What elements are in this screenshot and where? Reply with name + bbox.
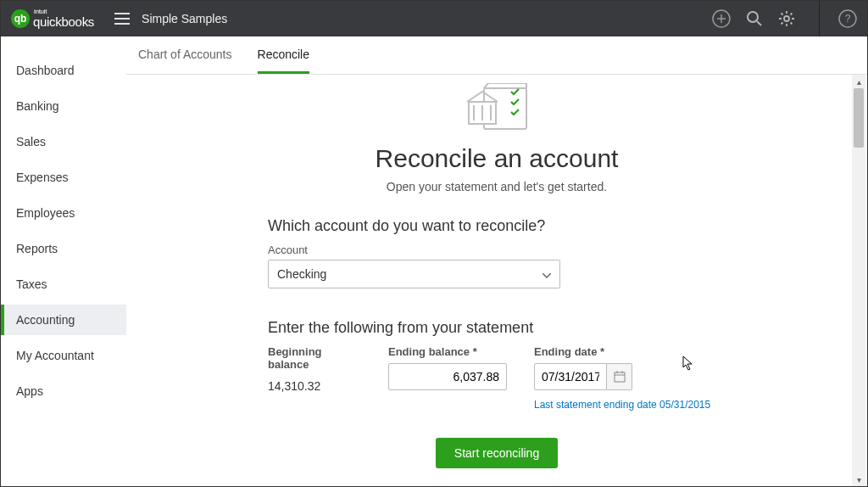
sidebar-item-my-accountant[interactable]: My Accountant bbox=[1, 340, 126, 371]
qb-logo-icon: qb bbox=[11, 9, 30, 28]
main-content: Chart of Accounts Reconcile Reconcile an bbox=[126, 36, 867, 487]
sidebar-item-accounting[interactable]: Accounting bbox=[1, 305, 126, 335]
calendar-icon[interactable] bbox=[607, 363, 632, 390]
statement-heading: Enter the following from your statement bbox=[268, 319, 726, 337]
topbar-actions: ? bbox=[712, 1, 857, 36]
search-icon[interactable] bbox=[746, 10, 763, 27]
sidebar-item-sales[interactable]: Sales bbox=[1, 126, 126, 157]
sidebar-item-reports[interactable]: Reports bbox=[1, 233, 126, 264]
svg-rect-10 bbox=[615, 372, 625, 382]
chevron-down-icon bbox=[542, 267, 551, 281]
company-name: Simple Samples bbox=[142, 12, 227, 25]
ending-date-label: Ending date * bbox=[534, 345, 710, 358]
ending-date-input[interactable] bbox=[534, 363, 607, 390]
sidebar-item-dashboard[interactable]: Dashboard bbox=[1, 55, 126, 86]
hamburger-menu-icon[interactable] bbox=[114, 13, 130, 25]
gear-icon[interactable] bbox=[778, 10, 795, 27]
sidebar-nav: Dashboard Banking Sales Expenses Employe… bbox=[1, 36, 126, 487]
sidebar-item-employees[interactable]: Employees bbox=[1, 198, 126, 228]
brand-logo: qb intuit quickbooks bbox=[11, 9, 94, 29]
page-subtitle: Open your statement and let's get starte… bbox=[160, 180, 833, 193]
sidebar-item-expenses[interactable]: Expenses bbox=[1, 162, 126, 193]
page-title: Reconcile an account bbox=[160, 144, 833, 173]
sidebar-item-taxes[interactable]: Taxes bbox=[1, 269, 126, 299]
account-select-value: Checking bbox=[277, 267, 326, 281]
create-icon[interactable] bbox=[712, 9, 731, 28]
start-reconciling-button[interactable]: Start reconciling bbox=[436, 438, 558, 468]
beginning-balance-value: 14,310.32 bbox=[268, 379, 361, 393]
svg-point-2 bbox=[784, 16, 789, 21]
beginning-balance-label: Beginning balance bbox=[268, 345, 361, 371]
sidebar-item-apps[interactable]: Apps bbox=[1, 376, 126, 406]
svg-point-1 bbox=[748, 12, 758, 22]
tab-reconcile[interactable]: Reconcile bbox=[258, 48, 309, 74]
brand-name: quickbooks bbox=[33, 14, 94, 29]
top-bar: qb intuit quickbooks Simple Samples ? bbox=[1, 1, 867, 36]
account-select[interactable]: Checking bbox=[268, 260, 560, 288]
tab-bar: Chart of Accounts Reconcile bbox=[126, 36, 867, 75]
scrollbar-thumb[interactable] bbox=[854, 88, 864, 148]
vertical-scrollbar[interactable]: ▴ ▾ bbox=[852, 75, 865, 486]
ending-balance-input[interactable] bbox=[388, 363, 507, 390]
ending-balance-label: Ending balance * bbox=[388, 345, 507, 358]
last-statement-link[interactable]: Last statement ending date 05/31/2015 bbox=[534, 399, 710, 411]
hero: Reconcile an account Open your statement… bbox=[160, 83, 833, 193]
reconcile-hero-icon bbox=[459, 83, 535, 131]
tab-chart-of-accounts[interactable]: Chart of Accounts bbox=[138, 48, 232, 74]
sidebar-item-banking[interactable]: Banking bbox=[1, 91, 126, 121]
account-question: Which account do you want to reconcile? bbox=[268, 217, 726, 235]
scroll-up-arrow-icon[interactable]: ▴ bbox=[852, 75, 865, 88]
account-label: Account bbox=[268, 244, 726, 256]
help-icon[interactable]: ? bbox=[838, 9, 857, 28]
svg-text:?: ? bbox=[845, 13, 851, 25]
scroll-down-arrow-icon[interactable]: ▾ bbox=[852, 473, 865, 486]
